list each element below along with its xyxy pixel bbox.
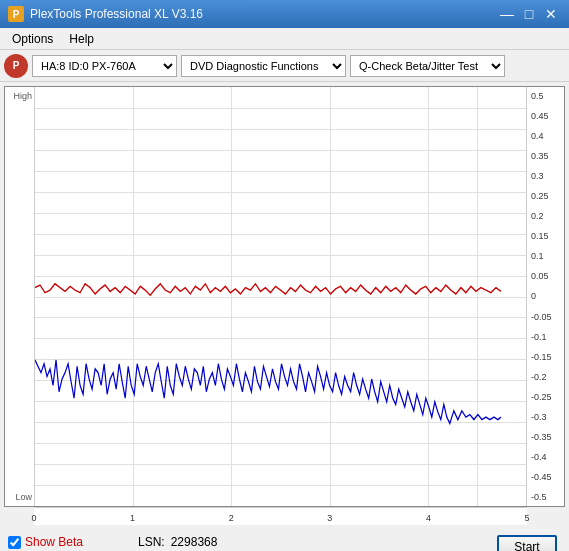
lsn-label: LSN:	[138, 535, 165, 549]
minimize-button[interactable]: —	[497, 5, 517, 23]
show-beta-label: Show Beta	[25, 535, 83, 549]
menu-options[interactable]: Options	[4, 30, 61, 48]
window-controls: — □ ✕	[497, 5, 561, 23]
x-label-4: 4	[426, 513, 431, 523]
checkboxes-area: Show Beta Show Jitter	[8, 535, 118, 551]
toolbar: P HA:8 ID:0 PX-760A DVD Diagnostic Funct…	[0, 50, 569, 82]
x-label-3: 3	[327, 513, 332, 523]
y-axis-right: 0.5 0.45 0.4 0.35 0.3 0.25 0.2 0.15 0.1 …	[526, 87, 564, 506]
controls-row: Show Beta Show Jitter LSN: 2298368 Start	[0, 529, 569, 551]
window-title: PlexTools Professional XL V3.16	[30, 7, 497, 21]
menu-help[interactable]: Help	[61, 30, 102, 48]
x-label-2: 2	[229, 513, 234, 523]
buttons-area: Start	[497, 535, 561, 551]
chart-svg	[35, 87, 526, 506]
lsn-area: LSN: 2298368	[138, 535, 217, 549]
y-left-high: High	[7, 91, 32, 101]
show-beta-row: Show Beta	[8, 535, 118, 549]
y-left-low: Low	[7, 492, 32, 502]
titlebar: P PlexTools Professional XL V3.16 — □ ✕	[0, 0, 569, 28]
drive-dropdown[interactable]: HA:8 ID:0 PX-760A	[32, 55, 177, 77]
x-label-0: 0	[31, 513, 36, 523]
start-button[interactable]: Start	[497, 535, 557, 551]
show-beta-checkbox[interactable]	[8, 536, 21, 549]
x-label-5: 5	[524, 513, 529, 523]
y-axis-left: High Low	[5, 87, 35, 506]
main-area: High Low	[0, 82, 569, 529]
maximize-button[interactable]: □	[519, 5, 539, 23]
app-icon: P	[8, 6, 24, 22]
drive-icon: P	[4, 54, 28, 78]
chart-container: High Low	[4, 86, 565, 507]
menubar: Options Help	[0, 28, 569, 50]
chart-plot-area	[35, 87, 526, 506]
bottom-panel: Show Beta Show Jitter LSN: 2298368 Start…	[0, 529, 569, 551]
close-button[interactable]: ✕	[541, 5, 561, 23]
function-dropdown[interactable]: DVD Diagnostic Functions	[181, 55, 346, 77]
x-axis: 0 1 2 3 4 5	[34, 507, 527, 525]
lsn-value: 2298368	[171, 535, 218, 549]
x-label-1: 1	[130, 513, 135, 523]
test-dropdown[interactable]: Q-Check Beta/Jitter Test	[350, 55, 505, 77]
